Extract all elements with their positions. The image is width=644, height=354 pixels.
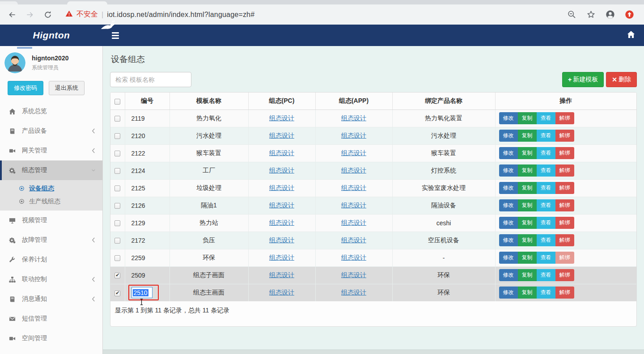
action-edit-button[interactable]: 修改 — [499, 199, 518, 211]
action-copy-button[interactable]: 复制 — [518, 112, 537, 124]
action-view-button[interactable]: 查看 — [537, 252, 555, 264]
action-view-button[interactable]: 查看 — [537, 112, 555, 124]
action-edit-button[interactable]: 修改 — [499, 112, 518, 124]
sidebar-item-config[interactable]: 组态管理 — [0, 160, 102, 180]
app-design-link[interactable]: 组态设计 — [341, 219, 366, 226]
action-view-button[interactable]: 查看 — [537, 287, 555, 299]
action-copy-button[interactable]: 复制 — [518, 252, 537, 264]
action-copy-button[interactable]: 复制 — [518, 217, 537, 229]
action-view-button[interactable]: 查看 — [537, 269, 555, 281]
action-copy-button[interactable]: 复制 — [518, 234, 537, 246]
action-edit-button[interactable]: 修改 — [499, 269, 518, 281]
pc-design-link[interactable]: 组态设计 — [269, 184, 294, 191]
home-icon[interactable] — [627, 30, 635, 40]
row-checkbox[interactable] — [114, 151, 120, 156]
app-design-link[interactable]: 组态设计 — [341, 236, 366, 244]
action-unbind-button[interactable]: 解绑 — [555, 199, 574, 211]
sidebar-item-maintenance[interactable]: 保养计划 — [0, 250, 102, 270]
delete-button[interactable]: ✕删除 — [606, 72, 637, 87]
security-warning-label[interactable]: 不安全 — [76, 10, 98, 19]
app-design-link[interactable]: 组态设计 — [341, 202, 366, 209]
action-edit-button[interactable]: 修改 — [499, 130, 518, 142]
action-copy-button[interactable]: 复制 — [518, 164, 537, 177]
sidebar-item-fault[interactable]: 故障管理 — [0, 230, 102, 250]
action-edit-button[interactable]: 修改 — [499, 287, 518, 299]
forward-icon[interactable] — [25, 10, 35, 20]
action-copy-button[interactable]: 复制 — [518, 182, 537, 194]
action-edit-button[interactable]: 修改 — [499, 182, 518, 194]
url-text[interactable]: iot.idosp.net/admin/index.html?language=… — [107, 11, 254, 19]
action-unbind-button[interactable]: 解绑 — [555, 252, 574, 264]
logo[interactable]: Hignton — [0, 25, 103, 46]
action-edit-button[interactable]: 修改 — [499, 164, 518, 177]
action-view-button[interactable]: 查看 — [537, 164, 555, 177]
change-password-button[interactable]: 修改密码 — [8, 81, 43, 95]
pc-design-link[interactable]: 组态设计 — [269, 219, 294, 226]
star-icon[interactable] — [586, 10, 596, 19]
action-edit-button[interactable]: 修改 — [499, 234, 518, 246]
action-copy-button[interactable]: 复制 — [518, 199, 537, 211]
action-view-button[interactable]: 查看 — [537, 182, 555, 194]
pc-design-link[interactable]: 组态设计 — [269, 167, 294, 174]
action-unbind-button[interactable]: 解绑 — [555, 269, 574, 281]
sidebar-item-overview[interactable]: 系统总览 — [0, 101, 102, 121]
row-checkbox[interactable] — [114, 220, 120, 226]
sidebar-subitem-production-config[interactable]: 生产线组态 — [0, 195, 102, 208]
address-bar[interactable]: 不安全 | iot.idosp.net/admin/index.html?lan… — [65, 10, 559, 19]
hamburger-icon[interactable] — [112, 32, 119, 39]
row-checkbox[interactable] — [114, 203, 120, 209]
sidebar-item-sms[interactable]: 短信管理 — [0, 309, 102, 329]
zoom-out-icon[interactable] — [567, 10, 576, 19]
action-copy-button[interactable]: 复制 — [518, 269, 537, 281]
row-checkbox[interactable] — [114, 238, 120, 244]
pc-design-link[interactable]: 组态设计 — [269, 236, 294, 244]
sidebar-subitem-device-config[interactable]: 设备组态 — [0, 182, 102, 195]
action-view-button[interactable]: 查看 — [537, 217, 555, 229]
pc-design-link[interactable]: 组态设计 — [269, 149, 294, 156]
refresh-icon[interactable] — [43, 10, 53, 20]
select-all-checkbox[interactable] — [114, 99, 120, 105]
sidebar-item-linkage[interactable]: 联动控制 — [0, 270, 102, 289]
action-copy-button[interactable]: 复制 — [518, 147, 537, 159]
search-input[interactable] — [110, 72, 191, 87]
app-design-link[interactable]: 组态设计 — [341, 254, 366, 261]
warning-icon[interactable] — [65, 10, 73, 19]
action-unbind-button[interactable]: 解绑 — [555, 234, 574, 246]
action-copy-button[interactable]: 复制 — [518, 287, 537, 299]
update-icon[interactable] — [625, 10, 634, 19]
pc-design-link[interactable]: 组态设计 — [269, 114, 294, 122]
row-checkbox[interactable] — [114, 185, 120, 191]
action-copy-button[interactable]: 复制 — [518, 130, 537, 142]
row-checkbox[interactable] — [114, 168, 120, 174]
action-edit-button[interactable]: 修改 — [499, 217, 518, 229]
new-template-button[interactable]: +新建模板 — [562, 72, 604, 87]
sidebar-item-products[interactable]: 产品设备 — [0, 121, 102, 141]
row-checkbox[interactable] — [114, 273, 120, 278]
app-design-link[interactable]: 组态设计 — [341, 114, 366, 122]
action-unbind-button[interactable]: 解绑 — [555, 112, 574, 124]
row-checkbox[interactable] — [114, 133, 120, 139]
avatar[interactable] — [4, 52, 25, 73]
row-id-edit-input[interactable]: 2510 — [131, 287, 153, 298]
sidebar-item-video[interactable]: 视频管理 — [0, 211, 102, 230]
action-edit-button[interactable]: 修改 — [499, 147, 518, 159]
action-unbind-button[interactable]: 解绑 — [555, 164, 574, 177]
sidebar-item-message[interactable]: 消息通知 — [0, 289, 102, 309]
app-design-link[interactable]: 组态设计 — [341, 149, 366, 156]
sidebar-item-space[interactable]: 空间管理 — [0, 329, 102, 348]
pc-design-link[interactable]: 组态设计 — [269, 289, 294, 296]
action-unbind-button[interactable]: 解绑 — [555, 182, 574, 194]
action-unbind-button[interactable]: 解绑 — [555, 147, 574, 159]
app-design-link[interactable]: 组态设计 — [341, 132, 366, 139]
sidebar-item-gateway[interactable]: 网关管理 — [0, 141, 102, 160]
app-design-link[interactable]: 组态设计 — [341, 271, 366, 278]
action-unbind-button[interactable]: 解绑 — [555, 287, 574, 299]
action-view-button[interactable]: 查看 — [537, 147, 555, 159]
action-view-button[interactable]: 查看 — [537, 130, 555, 142]
app-design-link[interactable]: 组态设计 — [341, 289, 366, 296]
row-checkbox[interactable] — [114, 291, 120, 296]
row-checkbox[interactable] — [114, 255, 120, 261]
action-unbind-button[interactable]: 解绑 — [555, 217, 574, 229]
back-icon[interactable] — [7, 10, 17, 20]
logout-button[interactable]: 退出系统 — [49, 81, 85, 95]
